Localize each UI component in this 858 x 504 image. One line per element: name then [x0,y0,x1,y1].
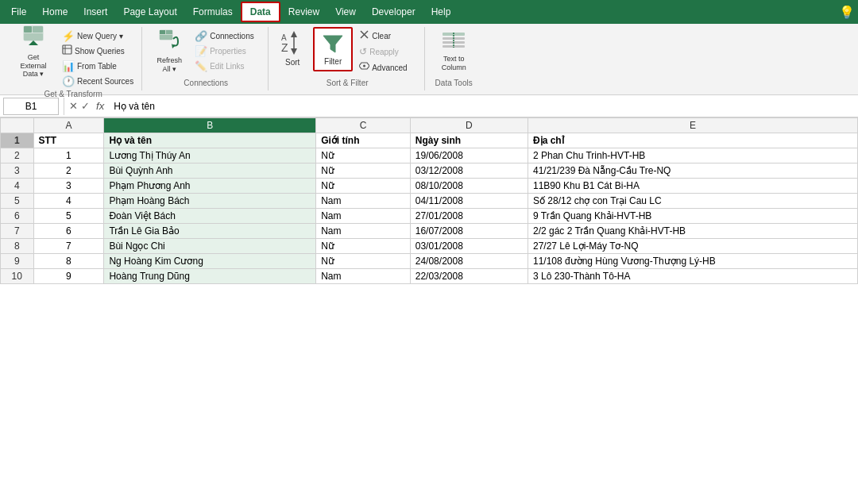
table-row: 8 7 Bùi Ngọc Chi Nữ 03/01/2008 27/27 Lê … [1,239,858,254]
text-to-column-label: Text toColumn [442,55,466,72]
cell-a6[interactable]: 5 [33,209,104,224]
cell-c1[interactable]: Giới tính [316,133,411,148]
cancel-formula-icon[interactable]: ✕ [69,100,78,112]
cell-d3[interactable]: 03/12/2008 [410,164,528,179]
new-query-button[interactable]: ⚡ New Query ▾ [59,29,137,43]
menu-item-formulas[interactable]: Formulas [185,3,241,21]
cell-d8[interactable]: 03/01/2008 [410,239,528,254]
menu-item-file[interactable]: File [3,3,34,21]
col-header-e[interactable]: E [528,118,857,133]
menu-item-view[interactable]: View [327,3,364,21]
cell-e6[interactable]: 9 Trần Quang Khải-HVT-HB [528,209,857,224]
cell-d5[interactable]: 04/11/2008 [410,194,528,209]
show-queries-button[interactable]: Show Queries [59,44,137,58]
cell-b7[interactable]: Trần Lê Gia Bảo [104,224,316,239]
cell-c2[interactable]: Nữ [316,148,411,164]
confirm-formula-icon[interactable]: ✓ [81,100,90,112]
cell-c10[interactable]: Nam [316,269,411,284]
cell-c3[interactable]: Nữ [316,164,411,179]
menu-item-pagelayout[interactable]: Page Layout [115,3,184,21]
properties-button[interactable]: 📝 Properties [191,44,263,58]
cell-c9[interactable]: Nữ [316,254,411,269]
clear-label: Clear [372,32,391,40]
clear-button[interactable]: Clear [356,29,419,43]
cell-a1[interactable]: STT [33,133,104,148]
cell-e10[interactable]: 3 Lô 230-Thành Tô-HA [528,269,857,284]
cell-b1[interactable]: Họ và tên [104,133,316,148]
cell-b4[interactable]: Phạm Phương Anh [104,179,316,194]
cell-a4[interactable]: 3 [33,179,104,194]
col-header-a[interactable]: A [33,118,104,133]
cell-c7[interactable]: Nam [316,224,411,239]
cell-e4[interactable]: 11B90 Khu B1 Cát Bi-HA [528,179,857,194]
cell-a5[interactable]: 4 [33,194,104,209]
reapply-icon: ↺ [359,46,367,57]
cell-c6[interactable]: Nam [316,209,411,224]
cell-a7[interactable]: 6 [33,224,104,239]
cell-c8[interactable]: Nữ [316,239,411,254]
svg-rect-1 [24,26,32,33]
menu-item-insert[interactable]: Insert [75,3,115,21]
cell-b3[interactable]: Bùi Quỳnh Anh [104,164,316,179]
cell-b8[interactable]: Bùi Ngọc Chi [104,239,316,254]
text-to-column-icon [441,29,466,55]
from-table-label: From Table [77,62,117,71]
edit-links-button[interactable]: ✏️ Edit Links [191,59,263,73]
cell-c5[interactable]: Nam [316,194,411,209]
sort-button[interactable]: A Z Sort [275,27,310,71]
col-header-b[interactable]: B [104,118,316,133]
cell-d10[interactable]: 22/03/2008 [410,269,528,284]
reapply-button[interactable]: ↺ Reapply [356,44,419,59]
cell-a2[interactable]: 1 [33,148,104,164]
cell-e9[interactable]: 11/108 đường Hùng Vương-Thượng Lý-HB [528,254,857,269]
cell-d7[interactable]: 16/07/2008 [410,224,528,239]
text-to-column-button[interactable]: Text toColumn [431,27,476,75]
menu-item-help[interactable]: Help [423,3,459,21]
advanced-button[interactable]: Advanced [356,60,419,75]
refresh-all-button[interactable]: RefreshAll ▾ [149,27,190,75]
row-number-3: 3 [1,164,34,179]
svg-rect-9 [160,30,165,34]
row-number-4: 4 [1,179,34,194]
cell-d6[interactable]: 27/01/2008 [410,209,528,224]
menu-item-review[interactable]: Review [280,3,327,21]
filter-button[interactable]: Filter [313,27,353,71]
col-header-c[interactable]: C [316,118,411,133]
cell-d9[interactable]: 24/08/2008 [410,254,528,269]
cell-a3[interactable]: 2 [33,164,104,179]
cell-reference-input[interactable]: B1 [3,98,59,115]
cell-e1[interactable]: Địa chỉ [528,133,857,148]
cell-b9[interactable]: Ng Hoàng Kim Cương [104,254,316,269]
cell-d2[interactable]: 19/06/2008 [410,148,528,164]
cell-d1[interactable]: Ngày sinh [410,133,528,148]
cell-c4[interactable]: Nữ [316,179,411,194]
connections-button[interactable]: 🔗 Connections [191,29,263,43]
cell-a9[interactable]: 8 [33,254,104,269]
table-row: 7 6 Trần Lê Gia Bảo Nam 16/07/2008 2/2 g… [1,224,858,239]
formula-input[interactable]: Họ và tên [110,101,855,112]
menu-item-data[interactable]: Data [241,2,280,22]
row-number-7: 7 [1,224,34,239]
cell-e3[interactable]: 41/21/239 Đà Nẵng-Cầu Tre-NQ [528,164,857,179]
recent-sources-button[interactable]: 🕐 Recent Sources [59,74,137,88]
cell-a8[interactable]: 7 [33,239,104,254]
cell-b5[interactable]: Phạm Hoàng Bách [104,194,316,209]
cell-b2[interactable]: Lương Thị Thúy An [104,148,316,164]
menu-item-home[interactable]: Home [34,3,75,21]
col-header-d[interactable]: D [410,118,528,133]
cell-e8[interactable]: 27/27 Lê Lợi-Máy Tơ-NQ [528,239,857,254]
cell-e5[interactable]: Số 28/12 chợ con Trại Cau LC [528,194,857,209]
table-row: 10 9 Hoàng Trung Dũng Nam 22/03/2008 3 L… [1,269,858,284]
column-headers-row: A B C D E [1,118,858,133]
cell-a10[interactable]: 9 [33,269,104,284]
cell-d4[interactable]: 08/10/2008 [410,179,528,194]
from-table-button[interactable]: 📊 From Table [59,59,137,73]
row-number-8: 8 [1,239,34,254]
cell-b10[interactable]: Hoàng Trung Dũng [104,269,316,284]
menu-item-developer[interactable]: Developer [364,3,423,21]
svg-rect-5 [63,45,72,54]
cell-b6[interactable]: Đoàn Việt Bách [104,209,316,224]
get-external-data-button[interactable]: Get ExternalData ▾ [10,27,57,75]
cell-e7[interactable]: 2/2 gác 2 Trần Quang Khải-HVT-HB [528,224,857,239]
cell-e2[interactable]: 2 Phan Chu Trinh-HVT-HB [528,148,857,164]
